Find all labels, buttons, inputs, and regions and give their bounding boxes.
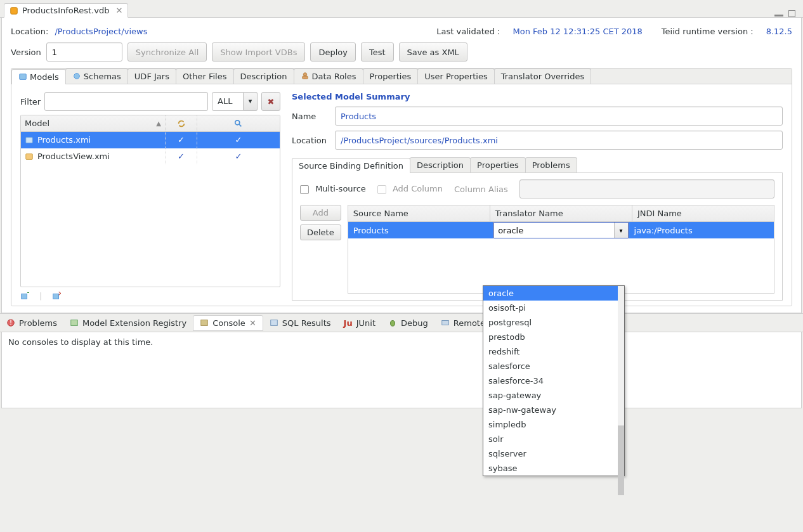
deploy-button[interactable]: Deploy — [310, 42, 356, 62]
location-field[interactable] — [335, 131, 783, 150]
dropdown-option[interactable]: sap-nw-gateway — [483, 403, 624, 417]
model-row[interactable]: Products.xmi✓✓ — [21, 132, 280, 148]
show-import-vdbs-button[interactable]: Show Import VDBs — [212, 42, 305, 62]
source-binding-panel: Multi-source Add Column Column Alias Add… — [292, 173, 783, 301]
model-row[interactable]: ProductsView.xmi✓✓ — [21, 148, 280, 165]
sync-check[interactable]: ✓ — [166, 132, 197, 148]
tab-user-properties[interactable]: User Properties — [417, 68, 494, 84]
tab-schemas-label: Schemas — [84, 72, 121, 81]
name-field[interactable] — [335, 107, 783, 126]
filter-input[interactable] — [44, 92, 208, 111]
column-sync-header[interactable] — [166, 115, 197, 131]
subtab-problems[interactable]: Problems — [525, 157, 577, 172]
dropdown-option[interactable]: simpledb — [483, 417, 624, 432]
tab-schemas[interactable]: Schemas — [65, 68, 128, 84]
dropdown-option[interactable]: oracle — [483, 286, 624, 301]
add-model-icon[interactable]: + — [20, 292, 29, 301]
dropdown-option[interactable]: redshift — [483, 344, 624, 359]
tab-data-roles[interactable]: Data Roles — [294, 68, 363, 84]
visible-check[interactable]: ✓ — [197, 148, 280, 164]
delete-source-button[interactable]: Delete — [300, 224, 341, 240]
models-icon — [18, 72, 27, 81]
search-icon — [234, 119, 243, 128]
remove-model-icon[interactable]: × — [52, 292, 61, 301]
view-model-ext[interactable]: Model Extension Registry — [63, 316, 193, 330]
document-tab[interactable]: ProductsInfoRest.vdb ✕ — [4, 3, 128, 18]
tab-label: Properties — [370, 72, 412, 81]
filter-type-combo[interactable]: ALL ▾ — [212, 92, 258, 111]
tab-translator-overrides[interactable]: Translator Overrides — [494, 68, 591, 84]
subtab-properties[interactable]: Properties — [470, 157, 526, 172]
version-input[interactable] — [46, 42, 122, 62]
translator-dropdown[interactable]: oracleosisoft-pipostgresqlprestodbredshi… — [483, 285, 625, 476]
bottom-views-bar: ! Problems Model Extension Registry Cons… — [0, 313, 803, 332]
main-tabs: Models Schemas UDF Jars Other Files Desc… — [11, 68, 792, 84]
columnalias-label: Column Alias — [454, 185, 508, 194]
clear-filter-button[interactable]: ✖ — [261, 92, 280, 111]
close-icon[interactable]: ✕ — [249, 318, 256, 328]
view-debug[interactable]: Debug — [382, 316, 434, 330]
subtab-source-binding[interactable]: Source Binding Definition — [292, 158, 410, 173]
chevron-down-icon[interactable]: ▾ — [614, 223, 628, 238]
dropdown-option[interactable]: sybase — [483, 461, 624, 476]
test-button[interactable]: Test — [361, 42, 394, 62]
dropdown-option[interactable]: solr — [483, 432, 624, 446]
runtime-label: Teiid runtime version : — [662, 27, 754, 36]
add-source-button[interactable]: Add — [300, 205, 341, 221]
svg-rect-8 — [26, 153, 33, 159]
summary-title: Selected Model Summary — [292, 92, 783, 101]
columnalias-field — [519, 179, 774, 198]
translator-input[interactable] — [494, 223, 613, 238]
column-visible-header[interactable] — [197, 115, 280, 131]
chevron-down-icon[interactable]: ▾ — [244, 92, 258, 111]
view-label: Problems — [19, 318, 57, 328]
dropdown-option[interactable]: postgresql — [483, 315, 624, 330]
view-sql-results[interactable]: SQL Results — [263, 316, 337, 330]
dropdown-option[interactable]: sap-gateway — [483, 388, 624, 403]
location-value: /ProductsProject/views — [55, 27, 147, 36]
dropdown-option[interactable]: salesforce — [483, 359, 624, 373]
location-label: Location — [292, 136, 327, 145]
tab-models[interactable]: Models — [11, 69, 66, 84]
jndi-name-cell: java:/Products — [629, 222, 774, 238]
tab-properties[interactable]: Properties — [363, 68, 419, 84]
model-name: ProductsView.xmi — [37, 152, 110, 161]
model-icon — [25, 152, 34, 161]
save-as-xml-button[interactable]: Save as XML — [399, 42, 467, 62]
visible-check[interactable]: ✓ — [197, 132, 280, 148]
jndi-name-header[interactable]: JNDI Name — [632, 205, 774, 221]
source-name-header[interactable]: Source Name — [348, 205, 490, 221]
dropdown-option[interactable]: osisoft-pi — [483, 301, 624, 315]
summary-subtabs: Source Binding Definition Description Pr… — [292, 157, 783, 173]
tab-udf-jars[interactable]: UDF Jars — [127, 68, 176, 84]
svg-rect-17 — [271, 320, 278, 326]
sync-check[interactable]: ✓ — [166, 148, 197, 164]
subtab-description[interactable]: Description — [410, 157, 471, 172]
view-problems[interactable]: ! Problems — [0, 316, 63, 330]
translator-name-header[interactable]: Translator Name — [490, 205, 632, 221]
dropdown-option[interactable]: sqlserver — [483, 446, 624, 461]
svg-point-3 — [303, 73, 306, 76]
maximize-icon[interactable] — [788, 10, 795, 17]
view-console[interactable]: Console ✕ — [193, 315, 263, 331]
svg-point-2 — [74, 74, 79, 79]
view-junit[interactable]: Ju JUnit — [337, 316, 382, 330]
filter-type-value: ALL — [212, 92, 244, 111]
minimize-icon[interactable] — [774, 15, 783, 16]
source-name-cell: Products — [348, 222, 493, 238]
synchronize-all-button[interactable]: Synchronize All — [127, 42, 207, 62]
sync-icon — [177, 119, 186, 128]
tab-other-files[interactable]: Other Files — [176, 68, 234, 84]
subtab-label: Problems — [532, 160, 570, 170]
close-icon[interactable]: ✕ — [115, 6, 122, 15]
dropdown-option[interactable]: salesforce-34 — [483, 373, 624, 388]
sql-icon — [270, 318, 278, 327]
multisource-checkbox[interactable]: Multi-source — [300, 184, 366, 194]
model-header[interactable]: Model ▲ — [21, 115, 166, 131]
source-row[interactable]: Products ▾ java:/Products — [348, 222, 774, 238]
translator-cell[interactable]: ▾ — [493, 222, 629, 238]
dropdown-option[interactable]: prestodb — [483, 330, 624, 344]
header-label: Translator Name — [495, 209, 563, 218]
tab-description[interactable]: Description — [233, 68, 294, 84]
addcolumn-label: Add Column — [393, 184, 443, 193]
